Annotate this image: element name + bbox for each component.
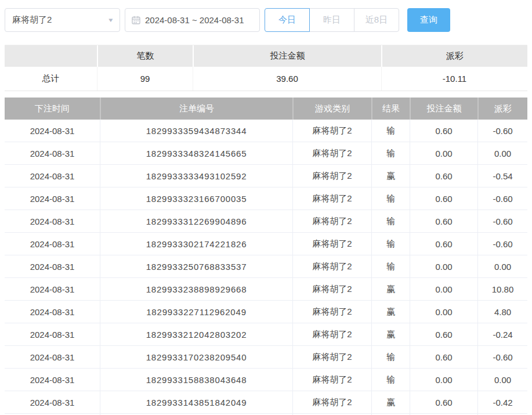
- table-row: 2024-08-311829933333493102592麻将胡了2赢0.60-…: [5, 165, 527, 187]
- payout-cell: 0.00: [477, 255, 527, 277]
- table-row: 2024-08-311829933250768833537麻将胡了2输0.000…: [5, 255, 527, 278]
- date-range-input[interactable]: 2024-08-31 ~ 2024-08-31: [125, 8, 260, 32]
- bet-id-cell: 1829933143851842049: [100, 391, 292, 413]
- bet-id-cell: 1829933312269904896: [100, 210, 292, 232]
- bet-id-cell: 1829933158838043648: [100, 369, 292, 391]
- bet-time-cell: 2024-08-31: [5, 120, 100, 142]
- game-type-cell: 麻将胡了2: [292, 369, 371, 391]
- table-row: 2024-08-311829933238898929668麻将胡了2赢0.001…: [5, 278, 527, 301]
- records-table: 下注时间 注单编号 游戏类别 结果 投注金额 派彩 2024-08-311829…: [5, 98, 527, 415]
- result-cell: 输: [371, 120, 410, 142]
- summary-total-bet-amount: 39.60: [193, 67, 381, 91]
- result-cell: 赢: [371, 323, 410, 345]
- result-cell: 赢: [371, 278, 410, 300]
- bet-id-cell: 1829933302174221826: [100, 233, 292, 255]
- last-8-days-button[interactable]: 近8日: [354, 8, 399, 32]
- result-cell: 赢: [371, 391, 410, 413]
- summary-total-count: 99: [97, 67, 193, 91]
- bet-time-cell: 2024-08-31: [5, 278, 100, 300]
- table-row: 2024-08-311829933359434873344麻将胡了2输0.60-…: [5, 120, 527, 142]
- bet-id-cell: 1829933212042803202: [100, 323, 292, 345]
- calendar-icon: [132, 16, 140, 24]
- result-cell: 输: [371, 233, 410, 255]
- table-row: 2024-08-311829933143851842049麻将胡了2赢0.60-…: [5, 391, 527, 414]
- header-bet-id: 注单编号: [100, 98, 292, 120]
- summary-header-payout: 派彩: [381, 45, 527, 67]
- bet-amount-cell: 0.60: [410, 323, 477, 345]
- game-type-cell: 麻将胡了2: [292, 165, 371, 187]
- header-result: 结果: [371, 98, 410, 120]
- payout-cell: -0.60: [477, 120, 527, 142]
- bet-amount-cell: 0.00: [410, 142, 477, 164]
- bet-time-cell: 2024-08-31: [5, 233, 100, 255]
- quick-filter-group: 今日 昨日 近8日: [265, 8, 399, 32]
- search-button[interactable]: 查询: [407, 8, 450, 32]
- table-row: 2024-08-311829933323166700035麻将胡了2输0.60-…: [5, 187, 527, 210]
- table-row: 2024-08-311829933302174221826麻将胡了2输0.60-…: [5, 233, 527, 255]
- summary-total-label: 总计: [5, 67, 97, 91]
- game-type-cell: 麻将胡了2: [292, 391, 371, 413]
- bet-id-cell: 1829933323166700035: [100, 187, 292, 210]
- payout-cell: 10.80: [477, 278, 527, 300]
- result-cell: 输: [371, 142, 410, 164]
- summary-header-count: 笔数: [97, 45, 193, 67]
- bet-time-cell: 2024-08-31: [5, 165, 100, 187]
- toolbar: 麻将胡了2 ▾ 2024-08-31 ~ 2024-08-31 今日 昨日 近8…: [0, 0, 532, 32]
- table-row: 2024-08-311829933227112962049麻将胡了2赢0.004…: [5, 301, 527, 323]
- result-cell: 赢: [371, 301, 410, 323]
- date-range-value: 2024-08-31 ~ 2024-08-31: [145, 15, 244, 25]
- header-payout: 派彩: [477, 98, 527, 120]
- game-type-cell: 麻将胡了2: [292, 210, 371, 232]
- result-cell: 赢: [371, 165, 410, 187]
- records-header: 下注时间 注单编号 游戏类别 结果 投注金额 派彩: [5, 98, 527, 120]
- payout-cell: -0.60: [477, 210, 527, 232]
- bet-amount-cell: 0.60: [410, 210, 477, 232]
- payout-cell: -0.60: [477, 233, 527, 255]
- payout-cell: -0.24: [477, 323, 527, 345]
- bet-amount-cell: 0.60: [410, 120, 477, 142]
- bet-amount-cell: 0.60: [410, 165, 477, 187]
- payout-cell: -0.60: [477, 187, 527, 210]
- summary-header: 笔数 投注金额 派彩: [5, 45, 527, 67]
- table-row: 2024-08-311829933312269904896麻将胡了2输0.60-…: [5, 210, 527, 233]
- result-cell: 输: [371, 210, 410, 232]
- bet-time-cell: 2024-08-31: [5, 187, 100, 210]
- summary-header-bet-amount: 投注金额: [193, 45, 381, 67]
- game-type-cell: 麻将胡了2: [292, 301, 371, 323]
- game-type-cell: 麻将胡了2: [292, 142, 371, 164]
- bet-amount-cell: 0.00: [410, 369, 477, 391]
- game-select-value: 麻将胡了2: [12, 15, 52, 26]
- bet-id-cell: 1829933359434873344: [100, 120, 292, 142]
- yesterday-button[interactable]: 昨日: [309, 8, 354, 32]
- table-row: 2024-08-311829933170238209540麻将胡了2输0.60-…: [5, 346, 527, 369]
- bet-time-cell: 2024-08-31: [5, 301, 100, 323]
- payout-cell: -0.60: [477, 346, 527, 368]
- today-button[interactable]: 今日: [265, 8, 310, 32]
- game-type-cell: 麻将胡了2: [292, 120, 371, 142]
- game-type-cell: 麻将胡了2: [292, 187, 371, 210]
- bet-time-cell: 2024-08-31: [5, 210, 100, 232]
- bet-id-cell: 1829933227112962049: [100, 301, 292, 323]
- summary-table: 笔数 投注金额 派彩 总计 99 39.60 -10.11: [5, 45, 527, 91]
- bet-id-cell: 1829933333493102592: [100, 165, 292, 187]
- result-cell: 输: [371, 369, 410, 391]
- result-cell: 输: [371, 187, 410, 210]
- game-type-cell: 麻将胡了2: [292, 255, 371, 277]
- bet-amount-cell: 0.60: [410, 346, 477, 368]
- summary-total-row: 总计 99 39.60 -10.11: [5, 67, 527, 91]
- bet-amount-cell: 0.60: [410, 391, 477, 413]
- bet-id-cell: 1829933238898929668: [100, 278, 292, 300]
- game-select[interactable]: 麻将胡了2 ▾: [5, 8, 120, 32]
- bet-amount-cell: 0.00: [410, 278, 477, 300]
- payout-cell: -0.54: [477, 165, 527, 187]
- table-row: 2024-08-311829933158838043648麻将胡了2输0.000…: [5, 369, 527, 391]
- game-type-cell: 麻将胡了2: [292, 346, 371, 368]
- payout-cell: -0.42: [477, 391, 527, 413]
- bet-id-cell: 1829933348324145665: [100, 142, 292, 164]
- header-bet-time: 下注时间: [5, 98, 100, 120]
- game-type-cell: 麻将胡了2: [292, 323, 371, 345]
- bet-time-cell: 2024-08-31: [5, 323, 100, 345]
- payout-cell: 0.00: [477, 369, 527, 391]
- game-type-cell: 麻将胡了2: [292, 233, 371, 255]
- header-game-type: 游戏类别: [292, 98, 371, 120]
